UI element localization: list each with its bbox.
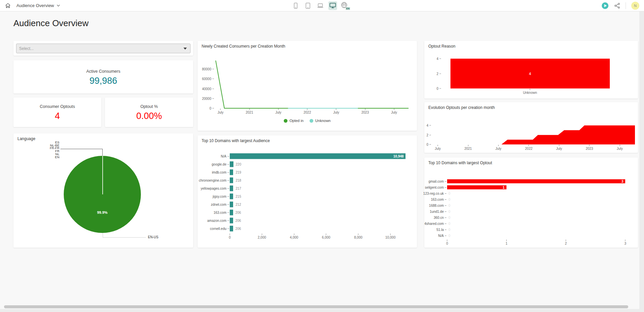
- panel-top-domains-optout: Top 10 Domains with largest Optout gmail…: [424, 158, 638, 248]
- topbar-divider: [626, 2, 626, 9]
- category-label: 123-reg.co.uk: [423, 192, 444, 195]
- y-axis-tick: 80000: [202, 67, 214, 71]
- x-axis-tick-label: 2,000: [258, 236, 266, 239]
- category-tick: [445, 230, 446, 230]
- category-tick: [227, 221, 229, 221]
- pie-leader-line: [103, 237, 146, 238]
- audience-filter-select[interactable]: Select...: [16, 44, 191, 53]
- x-axis-tick-label: 2021: [464, 147, 472, 150]
- x-axis-tick-label: 4,000: [290, 236, 298, 239]
- panel-title: Optout Reason: [428, 44, 455, 49]
- topbar-actions: N: [601, 0, 639, 11]
- bar-row: 1und1.de0: [447, 208, 634, 214]
- legend-item: Unknown: [310, 119, 331, 123]
- x-axis-tick-label: 2021: [246, 111, 253, 114]
- panel-filter: Select...: [13, 41, 193, 56]
- avatar[interactable]: N: [631, 2, 639, 10]
- device-laptop-button[interactable]: [316, 1, 325, 10]
- share-icon[interactable]: [614, 3, 620, 9]
- bar-row: N/A10,948: [230, 152, 413, 160]
- y-axis-tick: 2: [436, 72, 441, 75]
- category-label: N/A: [221, 154, 226, 158]
- dashboard-selector-label: Audience Overview: [16, 3, 54, 8]
- category-tick: [227, 180, 229, 181]
- x-axis-tick-label: 0: [229, 236, 231, 239]
- x-axis-tick-label: 10,000: [385, 236, 396, 239]
- select-caret-icon: [183, 48, 187, 50]
- chart-legend: Opted inUnknown: [198, 119, 417, 123]
- panel-top-domains-audience: Top 10 Domains with largest Audience N/A…: [198, 135, 417, 248]
- value-label: 1: [503, 186, 505, 189]
- line-chart[interactable]: 020000400006000080000July2021July2022Jul…: [216, 59, 409, 108]
- bar: [230, 162, 233, 167]
- category-label: 4shared.com: [424, 222, 444, 226]
- bar: [447, 185, 506, 189]
- y-axis-tick: 4: [426, 124, 431, 127]
- category-tick: [227, 188, 229, 189]
- category-tick: [445, 224, 446, 224]
- legend-dot: [284, 119, 287, 123]
- bar-row: 163.com206: [230, 208, 413, 216]
- page-title: Audience Overview: [13, 18, 89, 28]
- x-axis-tick: [262, 234, 262, 235]
- bar-row: amazon.com206: [230, 216, 413, 225]
- pie-percentage-label: 99.9%: [82, 210, 122, 214]
- pie-label-en-us: EN-US: [148, 235, 158, 239]
- bar-row: google.de220: [230, 160, 413, 168]
- x-axis-tick: [447, 240, 447, 241]
- bar-chart[interactable]: N/A10,948google.de220imdb.com219chronoen…: [230, 152, 413, 233]
- tablet-icon: [306, 3, 310, 9]
- value-label: 217: [235, 187, 241, 190]
- category-tick: [445, 217, 446, 218]
- value-label: 0: [448, 198, 450, 201]
- y-axis-tick: 60000: [202, 77, 214, 81]
- y-axis-tick: 2: [426, 133, 431, 137]
- bar-row: jigsy.com215: [230, 192, 413, 200]
- value-label: 4: [450, 72, 610, 76]
- bar-chart[interactable]: gmail.com3seligent.com1123-reg.co.uk0163…: [447, 178, 634, 239]
- y-axis-tick: 20000: [202, 97, 214, 100]
- category-tick: [445, 199, 446, 200]
- x-axis-tick-label: 2: [565, 242, 567, 245]
- horizontal-scrollbar[interactable]: [4, 305, 628, 308]
- language-button[interactable]: EN: [341, 2, 350, 10]
- area-chart[interactable]: 024July2021July2022July2023July: [433, 123, 635, 144]
- value-label: 0: [448, 192, 450, 195]
- pie-leader-line: [60, 149, 103, 149]
- app-window: { "topbar": { "nav_title": "Audience Ove…: [0, 0, 644, 312]
- bar-row: 51.la0: [447, 227, 634, 233]
- category-tick: [227, 156, 229, 157]
- x-axis-tick: [220, 109, 221, 110]
- dashboard-selector[interactable]: Audience Overview: [16, 3, 60, 8]
- bar-row: imdb.com219: [230, 168, 413, 176]
- category-tick: [227, 196, 229, 197]
- bar-row: seligent.com1: [447, 184, 634, 190]
- bar: [230, 186, 233, 191]
- device-tablet-button[interactable]: [304, 1, 312, 10]
- pie-leader-line: [103, 233, 103, 237]
- x-axis-tick: [589, 145, 590, 146]
- x-axis-tick-label: July: [617, 147, 623, 150]
- bar-row: 4shared.com0: [447, 221, 634, 227]
- run-button[interactable]: [601, 2, 609, 9]
- panel-title: Evolution Optouts per creation month: [428, 105, 495, 110]
- bar-row: 360.cn0: [447, 214, 634, 221]
- value-label: 10,948: [393, 154, 404, 158]
- pie-callout-label: EN: [50, 156, 60, 159]
- category-tick: [445, 236, 446, 236]
- bar-chart[interactable]: 0244Unknown: [443, 55, 633, 88]
- device-desktop-button[interactable]: [328, 1, 337, 10]
- device-mobile-button[interactable]: [291, 1, 300, 10]
- category-label: 1688.com: [429, 204, 444, 207]
- home-icon: [5, 2, 11, 9]
- bar: [447, 179, 625, 183]
- value-label: 0: [448, 216, 450, 220]
- panel-consumer-optouts: Consumer Optouts 4: [13, 98, 101, 127]
- category-tick: [445, 181, 446, 182]
- category-tick: [445, 205, 446, 206]
- home-button[interactable]: [5, 2, 11, 9]
- x-axis-tick-label: July: [495, 147, 501, 150]
- value-label: 220: [236, 163, 241, 166]
- x-axis-tick: [294, 234, 294, 235]
- x-axis-tick: [390, 234, 390, 235]
